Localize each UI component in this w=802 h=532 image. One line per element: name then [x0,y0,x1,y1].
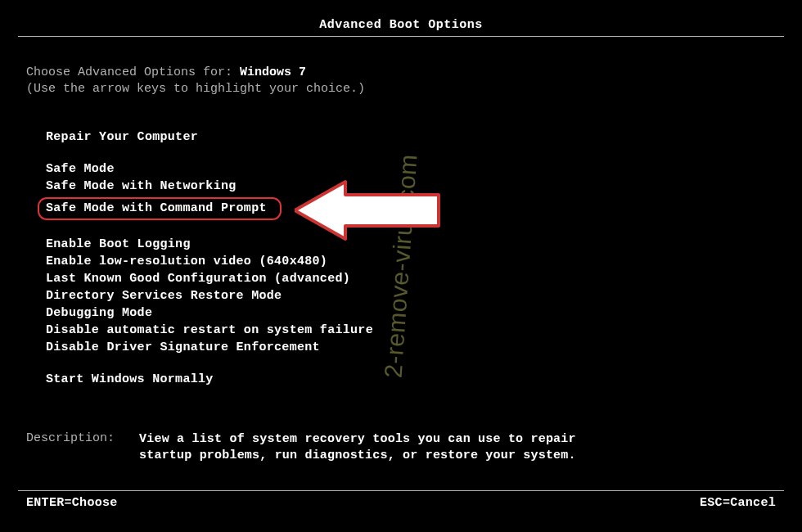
screen-title-row: Advanced Boot Options [18,18,784,34]
option-low-res[interactable]: Enable low-resolution video (640x480) [41,254,332,270]
option-disable-driver-sig[interactable]: Disable Driver Signature Enforcement [41,340,325,356]
intro-prefix: Choose Advanced Options for: [26,65,240,79]
option-group-4: Start Windows Normally [41,372,776,389]
screen-title: Advanced Boot Options [319,18,483,32]
description-block: Description: View a list of system recov… [26,431,776,465]
option-group-3: Enable Boot Logging Enable low-resolutio… [41,237,776,357]
option-repair[interactable]: Repair Your Computer [41,129,203,146]
description-label: Description: [26,431,115,465]
option-ds-restore[interactable]: Directory Services Restore Mode [41,288,286,304]
footer-esc: ESC=Cancel [700,496,776,511]
divider-top [18,36,784,37]
option-last-known-good[interactable]: Last Known Good Configuration (advanced) [41,271,355,287]
option-start-normally[interactable]: Start Windows Normally [41,372,219,388]
option-group-2: Safe Mode Safe Mode with Networking Safe… [41,161,776,222]
divider-bottom [18,490,784,491]
description-text: View a list of system recovery tools you… [139,431,614,465]
option-group-1: Repair Your Computer [41,129,776,147]
intro-line: Choose Advanced Options for: Windows 7 [26,65,776,80]
option-safe-mode[interactable]: Safe Mode [41,161,119,178]
footer-enter: ENTER=Choose [26,496,118,511]
option-safe-mode-cmd[interactable]: Safe Mode with Command Prompt [38,197,282,220]
option-safe-mode-networking[interactable]: Safe Mode with Networking [41,178,241,195]
intro-os: Windows 7 [240,65,306,79]
intro-hint: (Use the arrow keys to highlight your ch… [26,82,776,97]
option-boot-logging[interactable]: Enable Boot Logging [41,237,196,253]
option-debugging[interactable]: Debugging Mode [41,305,157,322]
footer-bar: ENTER=Choose ESC=Cancel [26,496,776,511]
option-disable-auto-restart[interactable]: Disable automatic restart on system fail… [41,322,378,339]
